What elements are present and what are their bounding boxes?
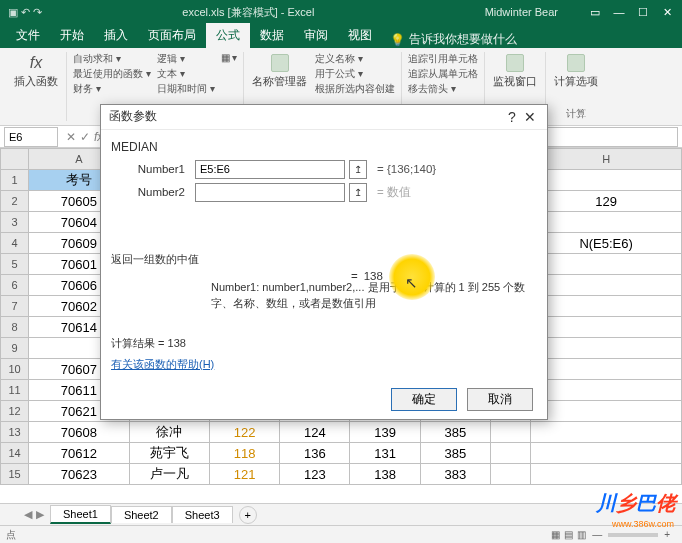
row-header[interactable]: 5 bbox=[1, 254, 29, 275]
zoom-in-icon[interactable]: + bbox=[664, 529, 670, 540]
cell[interactable] bbox=[531, 338, 682, 359]
sheet-tab-3[interactable]: Sheet3 bbox=[172, 506, 233, 523]
cell[interactable] bbox=[531, 443, 682, 464]
cell[interactable] bbox=[491, 443, 531, 464]
cell[interactable]: N(E5:E6) bbox=[531, 233, 682, 254]
cell[interactable]: 徐冲 bbox=[129, 422, 209, 443]
tab-view[interactable]: 视图 bbox=[338, 23, 382, 48]
cell[interactable] bbox=[531, 380, 682, 401]
cell[interactable]: 苑宇飞 bbox=[129, 443, 209, 464]
more-functions-button[interactable]: ▦ ▾ bbox=[221, 52, 238, 63]
quick-access[interactable]: ▣ ↶ ↷ bbox=[8, 6, 42, 19]
define-name-button[interactable]: 定义名称 ▾ bbox=[315, 52, 395, 66]
cell[interactable]: 138 bbox=[350, 464, 420, 485]
cancel-edit-icon[interactable]: ✕ bbox=[66, 130, 76, 144]
cell[interactable] bbox=[531, 254, 682, 275]
cell[interactable]: 122 bbox=[209, 422, 279, 443]
watch-window-button[interactable]: 监视窗口 bbox=[491, 52, 539, 91]
row-header[interactable]: 14 bbox=[1, 443, 29, 464]
cell[interactable]: 70612 bbox=[29, 443, 129, 464]
dialog-close-icon[interactable]: ✕ bbox=[521, 109, 539, 125]
tab-insert[interactable]: 插入 bbox=[94, 23, 138, 48]
cell[interactable] bbox=[531, 401, 682, 422]
add-sheet-button[interactable]: + bbox=[239, 506, 257, 524]
row-header[interactable]: 1 bbox=[1, 170, 29, 191]
cell[interactable] bbox=[491, 464, 531, 485]
recent-functions-button[interactable]: 最近使用的函数 ▾ bbox=[73, 67, 151, 81]
row-header[interactable]: 15 bbox=[1, 464, 29, 485]
cell[interactable] bbox=[531, 422, 682, 443]
function-help-link[interactable]: 有关该函数的帮助(H) bbox=[111, 357, 214, 372]
cell[interactable] bbox=[531, 170, 682, 191]
sheet-nav-prev-icon[interactable]: ◀ bbox=[24, 508, 32, 521]
use-in-formula-button[interactable]: 用于公式 ▾ bbox=[315, 67, 395, 81]
select-all-corner[interactable] bbox=[1, 149, 29, 170]
sheet-tab-2[interactable]: Sheet2 bbox=[111, 506, 172, 523]
arg1-input[interactable] bbox=[195, 160, 345, 179]
name-manager-button[interactable]: 名称管理器 bbox=[250, 52, 309, 91]
row-header[interactable]: 2 bbox=[1, 191, 29, 212]
arg2-input[interactable] bbox=[195, 183, 345, 202]
cell[interactable] bbox=[531, 275, 682, 296]
cell[interactable]: 136 bbox=[280, 443, 350, 464]
logical-button[interactable]: 逻辑 ▾ bbox=[157, 52, 215, 66]
cancel-button[interactable]: 取消 bbox=[467, 388, 533, 411]
cell[interactable]: 121 bbox=[209, 464, 279, 485]
financial-button[interactable]: 财务 ▾ bbox=[73, 82, 151, 96]
tell-me-search[interactable]: 💡 告诉我你想要做什么 bbox=[390, 31, 517, 48]
sheet-nav-next-icon[interactable]: ▶ bbox=[36, 508, 44, 521]
text-button[interactable]: 文本 ▾ bbox=[157, 67, 215, 81]
cell[interactable]: 385 bbox=[420, 422, 490, 443]
arg1-collapse-icon[interactable]: ↥ bbox=[349, 160, 367, 179]
cell[interactable] bbox=[531, 212, 682, 233]
tab-layout[interactable]: 页面布局 bbox=[138, 23, 206, 48]
minimize-icon[interactable]: — bbox=[612, 6, 626, 19]
create-from-selection-button[interactable]: 根据所选内容创建 bbox=[315, 82, 395, 96]
cell[interactable] bbox=[531, 317, 682, 338]
sheet-tab-1[interactable]: Sheet1 bbox=[50, 505, 111, 524]
cell[interactable]: 卢一凡 bbox=[129, 464, 209, 485]
ribbon-options-icon[interactable]: ▭ bbox=[588, 6, 602, 19]
maximize-icon[interactable]: ☐ bbox=[636, 6, 650, 19]
dialog-help-icon[interactable]: ? bbox=[503, 109, 521, 125]
row-header[interactable]: 10 bbox=[1, 359, 29, 380]
zoom-slider[interactable] bbox=[608, 533, 658, 537]
insert-function-button[interactable]: fx 插入函数 bbox=[12, 52, 60, 91]
cell[interactable]: 383 bbox=[420, 464, 490, 485]
zoom-out-icon[interactable]: — bbox=[592, 529, 602, 540]
cell[interactable]: 118 bbox=[209, 443, 279, 464]
ok-button[interactable]: 确定 bbox=[391, 388, 457, 411]
row-header[interactable]: 13 bbox=[1, 422, 29, 443]
cell[interactable]: 131 bbox=[350, 443, 420, 464]
close-icon[interactable]: ✕ bbox=[660, 6, 674, 19]
view-normal-icon[interactable]: ▦ bbox=[551, 529, 560, 540]
tab-formulas[interactable]: 公式 bbox=[206, 23, 250, 48]
remove-arrows-button[interactable]: 移去箭头 ▾ bbox=[408, 82, 478, 96]
row-header[interactable]: 4 bbox=[1, 233, 29, 254]
row-header[interactable]: 6 bbox=[1, 275, 29, 296]
cell[interactable] bbox=[491, 422, 531, 443]
cell[interactable]: 70623 bbox=[29, 464, 129, 485]
autosum-button[interactable]: 自动求和 ▾ bbox=[73, 52, 151, 66]
cell[interactable]: 123 bbox=[280, 464, 350, 485]
arg2-collapse-icon[interactable]: ↥ bbox=[349, 183, 367, 202]
tab-review[interactable]: 审阅 bbox=[294, 23, 338, 48]
cell[interactable] bbox=[531, 296, 682, 317]
row-header[interactable]: 12 bbox=[1, 401, 29, 422]
cell[interactable]: 139 bbox=[350, 422, 420, 443]
tab-home[interactable]: 开始 bbox=[50, 23, 94, 48]
dialog-title-bar[interactable]: 函数参数 ? ✕ bbox=[101, 105, 547, 130]
name-box[interactable] bbox=[4, 127, 58, 147]
tab-file[interactable]: 文件 bbox=[6, 23, 50, 48]
confirm-edit-icon[interactable]: ✓ bbox=[80, 130, 90, 144]
trace-precedents-button[interactable]: 追踪引用单元格 bbox=[408, 52, 478, 66]
col-header[interactable]: H bbox=[531, 149, 682, 170]
tab-data[interactable]: 数据 bbox=[250, 23, 294, 48]
cell[interactable] bbox=[531, 464, 682, 485]
row-header[interactable]: 9 bbox=[1, 338, 29, 359]
row-header[interactable]: 11 bbox=[1, 380, 29, 401]
row-header[interactable]: 8 bbox=[1, 317, 29, 338]
row-header[interactable]: 3 bbox=[1, 212, 29, 233]
datetime-button[interactable]: 日期和时间 ▾ bbox=[157, 82, 215, 96]
cell[interactable]: 129 bbox=[531, 191, 682, 212]
